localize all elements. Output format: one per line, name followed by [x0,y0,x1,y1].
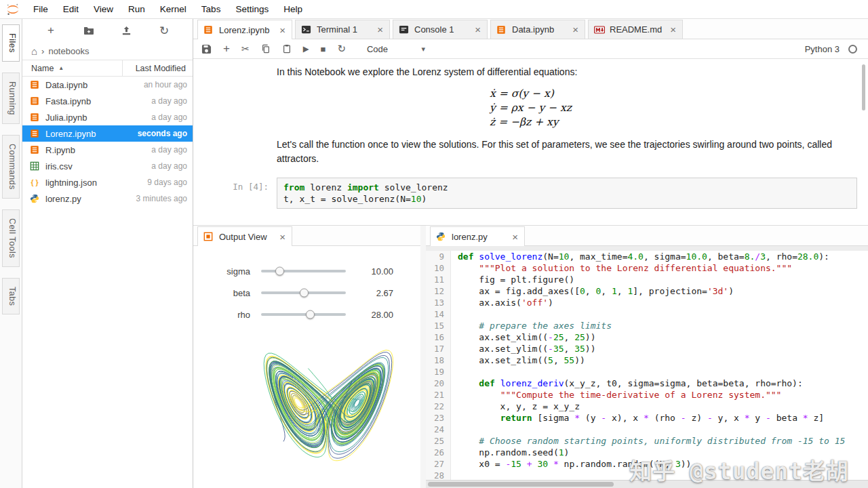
code-cell: In [4]: from lorenz import solve_lorenzt… [193,178,868,209]
output-view-tab-bar: Output View × [193,226,420,246]
slider-track[interactable] [261,270,346,272]
close-icon[interactable]: × [511,232,519,242]
file-row[interactable]: Data.ipynban hour ago [22,77,193,93]
tab-data-ipynb[interactable]: Data.ipynb× [490,20,585,39]
stop-kernel-icon[interactable]: ■ [321,44,326,54]
file-row[interactable]: Julia.ipynba day ago [22,109,193,125]
cut-cells-icon[interactable]: ✂ [241,43,250,54]
editor-text-area[interactable]: def solve_lorenz(N=10, max_time=4.0, sig… [451,251,868,481]
copy-cells-icon[interactable] [261,44,271,54]
tab-label: Lorenz.ipynb [219,25,274,35]
new-folder-icon[interactable] [81,22,97,39]
slider-label: beta [193,288,250,298]
notebook-dock: Lorenz.ipynb×Terminal 1×Console 1×Data.i… [193,19,868,225]
line-number: 21 [426,389,444,401]
file-row[interactable]: R.ipynba day ago [22,142,193,158]
tab-readme-md[interactable]: README.md× [588,20,683,39]
equations: ẋ = σ(y − x)ẏ = ρx − y − xzż = −βz + xy [490,87,572,129]
file-row[interactable]: iris.csva day ago [22,158,193,174]
restart-kernel-icon[interactable]: ↻ [337,43,346,55]
tab-label: Output View [219,232,274,242]
line-number: 10 [426,262,444,274]
code-line: # prepare the axes limits [458,320,868,331]
notebook-file-icon [30,112,41,123]
markdown-cell[interactable]: Let's call the function once to view the… [193,136,868,167]
markdown-cell[interactable]: In this Notebook we explore the Lorenz s… [193,64,868,81]
paste-cells-icon[interactable] [282,44,292,54]
close-icon[interactable]: × [279,25,286,35]
slider-handle[interactable] [275,267,284,276]
breadcrumb-separator: › [41,46,44,56]
menu-edit[interactable]: Edit [56,0,86,18]
jupyterlab-window: FileEditViewRunKernelTabsSettingsHelp Fi… [0,0,868,488]
code-line [458,366,868,378]
tab-terminal-1[interactable]: Terminal 1× [295,20,390,39]
new-launcher-button[interactable]: + [43,22,59,39]
cell-execution-prompt: In [4]: [193,178,277,209]
chevron-down-icon: ▾ [421,45,425,54]
menu-settings[interactable]: Settings [228,0,276,18]
line-number: 20 [426,378,444,389]
cell-code-editor[interactable]: from lorenz import solve_lorenzt, x_t = … [277,178,857,209]
line-number: 25 [426,435,444,447]
equation: ż = −βz + xy [490,115,572,129]
notebook-scrollbar[interactable] [862,64,865,110]
tab-output-view[interactable]: Output View × [197,226,292,246]
menu-tabs[interactable]: Tabs [194,0,229,18]
menu-kernel[interactable]: Kernel [153,0,194,18]
editor-body: 910111213141516171819202122232425262728 … [426,251,868,481]
sidebar-tab-cell-tools[interactable]: Cell Tools [2,209,20,267]
python-file-icon [30,193,41,204]
close-icon[interactable]: × [572,24,579,35]
run-cell-icon[interactable]: ▶ [303,44,309,54]
slider-track[interactable] [261,291,346,294]
main-dock-area: Lorenz.ipynb×Terminal 1×Console 1×Data.i… [193,19,868,488]
close-icon[interactable]: × [669,24,677,35]
column-header-name[interactable]: Name ▲ [22,60,122,76]
sidebar-tab-tabs[interactable]: Tabs [2,278,20,314]
tab-console-1[interactable]: Console 1× [393,20,488,39]
sidebar-tab-commands[interactable]: Commands [2,135,20,199]
output-view-content: sigma10.00beta2.67rho28.00 [193,246,420,488]
menu-help[interactable]: Help [276,0,310,18]
home-icon[interactable]: ⌂ [31,45,37,57]
cell-type-dropdown[interactable]: Code ▾ [367,44,425,54]
svg-text:{ }: { } [31,178,38,186]
close-icon[interactable]: × [279,232,286,242]
editor-horizontal-scrollbar [426,480,868,488]
line-number: 24 [426,424,444,435]
line-number: 18 [426,354,444,366]
slider-value: 10.00 [361,266,393,277]
code-line: """Plot a solution to the Lorenz differe… [458,262,868,274]
equation: ẋ = σ(y − x) [490,87,572,101]
refresh-icon[interactable]: ↻ [156,22,172,39]
bottom-dock: Output View × sigma10.00beta2.67rho28.00 [193,225,868,488]
menu-file[interactable]: File [26,0,56,18]
file-row[interactable]: { }lightning.json9 days ago [22,174,193,190]
scrollbar-thumb[interactable] [428,482,614,487]
file-row[interactable]: Lorenz.ipynbseconds ago [22,125,193,142]
kernel-status-icon[interactable] [848,45,857,54]
menu-run[interactable]: Run [121,0,153,18]
tab-lorenz-ipynb[interactable]: Lorenz.ipynb× [197,20,292,39]
slider-track[interactable] [261,313,346,316]
close-icon[interactable]: × [474,24,481,35]
file-browser-panel: + ↻ ⌂ › notebooks Name ▲ Last Modified D… [22,19,193,488]
sidebar-tab-files[interactable]: Files [2,24,20,62]
sidebar-tab-running[interactable]: Running [2,73,20,124]
file-row[interactable]: Fasta.ipynba day ago [22,93,193,109]
upload-icon[interactable] [118,22,134,39]
column-header-last-modified[interactable]: Last Modified [122,60,193,76]
notebook-icon [203,24,214,35]
slider-handle[interactable] [306,310,315,319]
file-row[interactable]: lorenz.py3 minutes ago [22,190,193,207]
tab-lorenz-py[interactable]: lorenz.py × [430,226,525,246]
menu-view[interactable]: View [86,0,121,18]
breadcrumb-folder[interactable]: notebooks [48,46,89,56]
slider-handle[interactable] [300,289,309,298]
insert-cell-icon[interactable]: + [223,42,230,56]
activity-bar: FilesRunningCommandsCell ToolsTabs [0,19,22,488]
tab-label: lorenz.py [452,232,507,242]
save-icon[interactable] [201,44,212,54]
close-icon[interactable]: × [376,24,384,35]
